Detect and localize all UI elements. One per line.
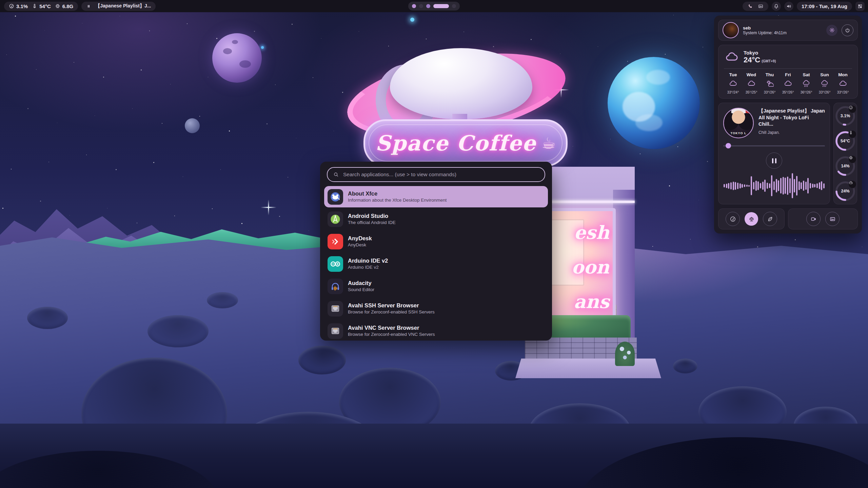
- balanced-profile-button[interactable]: [745, 212, 758, 226]
- clock-label: 17:09 - Tue, 19 Aug: [802, 3, 847, 9]
- album-art-caption: TOKYO L: [724, 131, 753, 135]
- screenshot-button[interactable]: [825, 212, 840, 226]
- search-bar[interactable]: [327, 167, 545, 182]
- progress-track: [723, 145, 825, 147]
- player-progress-knob[interactable]: [726, 143, 731, 148]
- app-list-item-about-xfce[interactable]: About Xfce Information about the Xfce De…: [324, 186, 548, 207]
- video-camera-icon: [810, 216, 817, 222]
- forecast-day: Sun: [815, 72, 834, 77]
- phone-icon[interactable]: [747, 3, 753, 9]
- image-icon: [829, 216, 836, 222]
- power-button[interactable]: [842, 24, 853, 36]
- weather-card: Tokyo 24°C(GMT+9) Tue Wed Thu Fri Sat Su…: [718, 45, 858, 99]
- volume-button[interactable]: [784, 2, 793, 11]
- temperature-stat: 54°C: [32, 3, 51, 9]
- weather-city: Tokyo: [744, 50, 776, 56]
- shop-steps: [515, 359, 661, 378]
- notifications-button[interactable]: [772, 2, 781, 11]
- weather-temp: 24°C: [744, 56, 760, 64]
- workspace-dot[interactable]: [419, 4, 423, 8]
- weather-timezone: (GMT+9): [762, 59, 776, 63]
- app-description: AnyDesk: [348, 242, 372, 248]
- avatar: [723, 22, 739, 38]
- widget-panel: seb System Uptime: 4h11m Tokyo 24°C(GMT+…: [714, 16, 862, 233]
- rain-icon: [815, 80, 834, 88]
- app-list-item-audacity[interactable]: Audacity Sound Editor: [324, 276, 548, 297]
- app-description: The official Android IDE: [348, 220, 396, 226]
- sparkle-star-1: [261, 200, 276, 215]
- app-grid-button[interactable]: [855, 2, 865, 11]
- capture-tools-card: [788, 208, 858, 229]
- app-list-item-avahi-ssh[interactable]: Avahi SSH Server Browser Browse for Zero…: [324, 298, 548, 319]
- pause-icon: [86, 4, 91, 9]
- cloud-icon: [724, 50, 739, 64]
- crater: [298, 346, 346, 374]
- workspace-dot[interactable]: [412, 4, 416, 8]
- workspace-indicator[interactable]: [408, 2, 460, 11]
- glow-star-blue-2: [261, 46, 264, 49]
- speedometer-icon: [730, 216, 736, 222]
- speaker-icon: [786, 3, 792, 9]
- shop-trim: [539, 201, 635, 203]
- divider: [724, 68, 852, 69]
- track-title: 【Japanese Playlist】 Japan All Night - To…: [758, 108, 825, 128]
- clock-pill[interactable]: 17:09 - Tue, 19 Aug: [797, 2, 852, 11]
- cloud-icon: [742, 80, 761, 88]
- forecast-temps: 36°/26°: [797, 90, 815, 94]
- bell-icon: [773, 3, 779, 9]
- rain-icon: [797, 80, 815, 88]
- earth: [608, 57, 700, 149]
- app-list-item-avahi-vnc[interactable]: Avahi VNC Server Browser Browse for Zero…: [324, 320, 548, 342]
- app-name: Avahi VNC Server Browser: [348, 324, 435, 331]
- app-name: About Xfce: [348, 190, 447, 197]
- window-neon-line-1: esh: [574, 223, 609, 242]
- workspace-dot[interactable]: [426, 4, 430, 8]
- search-input[interactable]: [342, 171, 539, 178]
- performance-profile-button[interactable]: [726, 212, 740, 226]
- system-gauges-card: 3.1% 54°C 14% 24%: [833, 103, 857, 204]
- app-name: Audacity: [348, 280, 374, 287]
- workspace-dot[interactable]: [433, 4, 449, 8]
- leaf-icon: [767, 216, 773, 222]
- app-list-item-anydesk[interactable]: AnyDesk AnyDesk: [324, 231, 548, 252]
- app-list-item-android-studio[interactable]: Android Studio The official Android IDE: [324, 208, 548, 230]
- player-progress-bar[interactable]: [723, 143, 825, 148]
- speedometer-icon: [9, 3, 14, 9]
- track-artist: Chill Japan.: [758, 130, 825, 135]
- window-neon-line-3: ans: [574, 292, 609, 311]
- network-port-icon: [328, 301, 343, 317]
- sign-inner-border: [369, 124, 563, 162]
- settings-button[interactable]: [826, 25, 837, 36]
- crater: [207, 292, 238, 308]
- tray-pill: [743, 2, 768, 11]
- app-list-item-arduino[interactable]: Arduino IDE v2 Arduino IDE v2: [324, 253, 548, 274]
- gear-icon: [829, 27, 835, 33]
- cpu-gauge: 3.1%: [835, 106, 855, 126]
- now-playing-pill[interactable]: 【Japanese Playlist】J...: [81, 2, 156, 11]
- app-description: Sound Editor: [348, 287, 374, 293]
- arduino-icon: [328, 256, 343, 272]
- screen-record-button[interactable]: [806, 212, 821, 226]
- powersave-profile-button[interactable]: [763, 212, 777, 226]
- waveform: [723, 172, 825, 199]
- wallpaper-icon[interactable]: [758, 3, 764, 9]
- app-name: Arduino IDE v2: [348, 257, 388, 264]
- speedometer-icon: [848, 105, 856, 113]
- app-description: Browse for Zeroconf-enabled VNC Servers: [348, 331, 435, 338]
- balance-scale-icon: [748, 216, 755, 222]
- workspace-dot[interactable]: [452, 4, 456, 8]
- top-bar: 3.1% 54°C 6.8G 【Japanese Playlist】J...: [0, 0, 868, 12]
- cloud-icon: [724, 80, 742, 88]
- cloud-icon: [779, 80, 797, 88]
- disk-gauge: 24%: [835, 181, 855, 201]
- forecast-temps: 33°/24°: [724, 90, 742, 94]
- xfce-icon: [328, 189, 343, 205]
- disk-icon: [848, 180, 856, 188]
- app-launcher: About Xfce Information about the Xfce De…: [320, 162, 552, 341]
- flower-bush: [615, 342, 635, 366]
- power-icon: [845, 27, 850, 33]
- thermometer-icon: [32, 3, 37, 9]
- app-description: Arduino IDE v2: [348, 264, 388, 270]
- pause-button[interactable]: [766, 152, 782, 169]
- crater: [27, 307, 68, 329]
